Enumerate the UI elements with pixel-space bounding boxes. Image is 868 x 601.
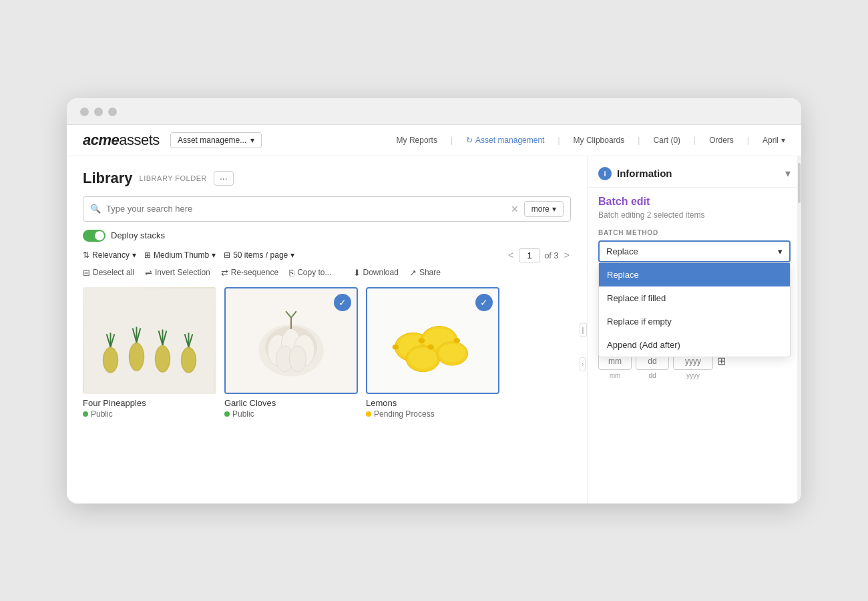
date-mm-label: mm	[598, 372, 632, 379]
chevron-down-icon3: ▾	[552, 204, 556, 214]
items-per-page-button[interactable]: ⊟ 50 items / page ▾	[224, 250, 294, 260]
batch-method-dropdown-menu: Replace Replace if filled Replace if emp…	[598, 262, 791, 357]
sort-relevancy-button[interactable]: ⇅ Relevancy ▾	[83, 250, 136, 260]
browser-window: acmeassets Asset manageme... ▾ My Report…	[67, 98, 801, 504]
asset-status-label-lemons: Pending Process	[374, 409, 435, 419]
share-button[interactable]: ↗ Share	[409, 268, 441, 278]
view-label: Medium Thumb	[154, 250, 209, 260]
items-per-page-label: 50 items / page	[233, 250, 288, 260]
pagination-next-button[interactable]: >	[563, 250, 571, 260]
status-dot-lemons	[366, 411, 371, 417]
asset-status-label-pineapples: Public	[91, 409, 113, 419]
download-button[interactable]: ⬇ Download	[353, 268, 399, 278]
svg-point-44	[419, 338, 425, 343]
logo-light: assets	[119, 132, 160, 148]
maximize-traffic-light[interactable]	[108, 108, 117, 116]
batch-edit-section: Batch edit Batch editing 2 selected item…	[588, 188, 801, 387]
asset-thumb-lemons[interactable]: ✓	[366, 287, 499, 394]
dropdown-option-append[interactable]: Append (Add after)	[599, 333, 790, 357]
logo-bold: acme	[83, 132, 119, 148]
expand-handle[interactable]: ‖	[580, 323, 587, 337]
search-clear-icon[interactable]: ✕	[511, 204, 519, 214]
selected-check-lemons: ✓	[475, 294, 493, 311]
nav-cart[interactable]: Cart (0)	[653, 136, 680, 145]
nav-user[interactable]: April ▾	[763, 136, 785, 145]
nav-asset-management[interactable]: ↻ Asset management	[466, 136, 544, 145]
date-dd-label: dd	[636, 372, 669, 379]
pagination-prev-button[interactable]: <	[507, 250, 515, 260]
chevron-down-icon: ▾	[250, 136, 254, 145]
deselect-all-button[interactable]: ⊟ Deselect all	[83, 268, 134, 278]
copy-to-button[interactable]: ⎘ Copy to...	[289, 268, 331, 278]
batch-method-dropdown-wrapper: Replace ▾ Replace Replace if filled Repl…	[598, 240, 791, 262]
chevron-down-icon6: ▾	[290, 250, 294, 260]
download-icon: ⬇	[353, 268, 361, 278]
deploy-stacks-row: Deploy stacks	[83, 230, 571, 242]
deselect-icon: ⊟	[83, 268, 90, 278]
pagination: < of 3 >	[507, 248, 571, 262]
view-medium-thumb-button[interactable]: ⊞ Medium Thumb ▾	[144, 250, 216, 260]
collapse-button[interactable]: ▾	[785, 167, 791, 180]
asset-mgmt-icon: ↻	[466, 136, 473, 145]
chevron-down-icon5: ▾	[212, 250, 216, 260]
dropdown-option-replace-if-empty[interactable]: Replace if empty	[599, 310, 790, 333]
asset-status-label-garlic: Public	[232, 409, 254, 419]
asset-card-pineapples[interactable]: Four Pineapples Public	[83, 287, 216, 419]
info-icon: i	[598, 167, 612, 180]
minimize-traffic-light[interactable]	[94, 108, 103, 116]
library-folder-badge: LIBRARY FOLDER	[140, 174, 207, 182]
more-label: more	[531, 204, 550, 214]
copy-to-label: Copy to...	[297, 268, 331, 277]
asset-thumb-pineapples[interactable]	[83, 287, 216, 394]
svg-point-7	[130, 343, 144, 369]
nav-clipboards[interactable]: My Clipboards	[574, 136, 625, 145]
dropdown-option-replace-if-filled[interactable]: Replace if filled	[599, 286, 790, 310]
top-nav: acmeassets Asset manageme... ▾ My Report…	[67, 125, 801, 156]
library-more-button[interactable]: ···	[214, 171, 234, 186]
divider: |	[451, 136, 453, 145]
right-scrollbar[interactable]	[797, 156, 801, 504]
sort-controls: ⇅ Relevancy ▾ ⊞ Medium Thumb ▾ ⊟ 50 item…	[83, 250, 294, 260]
nav-my-reports[interactable]: My Reports	[397, 136, 437, 145]
nav-asset-mgmt-label: Asset management	[475, 136, 544, 145]
asset-title-garlic: Garlic Cloves	[224, 398, 358, 408]
batch-edit-subtitle: Batch editing 2 selected items	[598, 210, 791, 220]
download-label: Download	[363, 268, 399, 277]
deselect-all-label: Deselect all	[93, 268, 134, 277]
expand-handle2[interactable]: ›	[580, 357, 586, 371]
more-button[interactable]: more ▾	[524, 201, 564, 217]
image-grid: Four Pineapples Public	[83, 287, 571, 419]
asset-management-label: Asset manageme...	[178, 136, 246, 145]
divider5: |	[747, 136, 749, 145]
svg-point-28	[289, 345, 306, 371]
traffic-lights	[80, 108, 788, 116]
invert-selection-button[interactable]: ⇌ Invert Selection	[145, 268, 210, 278]
batch-method-dropdown[interactable]: Replace ▾	[598, 240, 791, 262]
nav-links: My Reports | ↻ Asset management | My Cli…	[397, 136, 785, 145]
svg-rect-0	[85, 288, 215, 393]
asset-card-garlic[interactable]: ✓ Garlic Cloves Public	[224, 287, 358, 419]
batch-edit-title: Batch edit	[598, 196, 791, 208]
search-input[interactable]	[106, 204, 505, 214]
dropdown-option-replace[interactable]: Replace	[599, 263, 790, 286]
chevron-down-icon2: ▾	[781, 136, 785, 145]
svg-point-17	[182, 348, 196, 371]
sort-icon: ⇅	[83, 250, 89, 260]
resequence-icon: ⇄	[221, 268, 228, 278]
re-sequence-button[interactable]: ⇄ Re-sequence	[221, 268, 278, 278]
svg-point-39	[409, 347, 437, 368]
browser-chrome	[67, 98, 801, 125]
pineapple-image	[84, 288, 215, 393]
deploy-stacks-toggle[interactable]	[83, 230, 105, 242]
sort-label: Relevancy	[92, 250, 130, 260]
batch-method-label: BATCH METHOD	[598, 229, 791, 236]
asset-management-dropdown[interactable]: Asset manageme... ▾	[170, 132, 262, 148]
pagination-current-page[interactable]	[519, 248, 540, 262]
close-traffic-light[interactable]	[80, 108, 89, 116]
nav-orders[interactable]: Orders	[709, 136, 734, 145]
asset-card-lemons[interactable]: ✓ Lemons Pending Process	[366, 287, 499, 419]
asset-thumb-garlic[interactable]: ✓	[224, 287, 358, 394]
asset-status-lemons: Pending Process	[366, 409, 499, 419]
items-icon: ⊟	[224, 250, 230, 260]
asset-status-pineapples: Public	[83, 409, 216, 419]
